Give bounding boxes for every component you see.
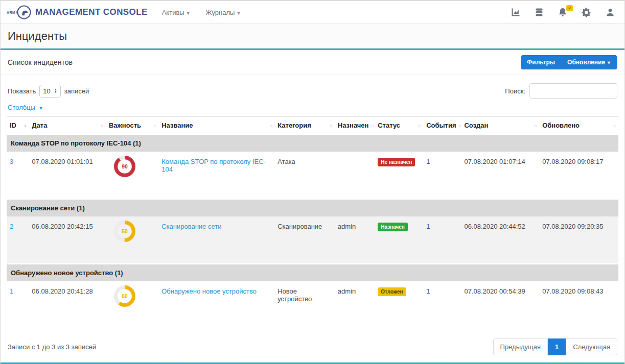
- next-page-button[interactable]: Следующая: [566, 338, 617, 355]
- page-size-select[interactable]: 10 ▲▼: [39, 85, 60, 98]
- arma-logo-text: ARMA: [7, 11, 18, 14]
- sort-icon: ↑↓: [458, 123, 461, 128]
- incident-assignee: [335, 152, 375, 199]
- sort-icon: ↑↓: [329, 123, 332, 128]
- show-label: Показать: [8, 87, 36, 95]
- chevron-down-icon: ▼: [186, 11, 191, 16]
- svg-text:50: 50: [122, 229, 128, 234]
- status-badge: Отложен: [378, 287, 406, 296]
- col-header-severity[interactable]: Важность↑↓: [106, 117, 158, 135]
- sort-icon: ↑↓: [269, 123, 271, 128]
- svg-text:60: 60: [122, 294, 128, 299]
- incident-name-link[interactable]: Команда STOP по протоколу IEC-104: [161, 158, 266, 173]
- group-title: Команда STOP по протоколу IEC-104 (1): [7, 134, 618, 152]
- gear-icon[interactable]: [581, 7, 592, 18]
- filters-button[interactable]: Фильтры: [521, 55, 561, 69]
- incident-name-link[interactable]: Сканирование сети: [161, 223, 221, 230]
- chevron-down-icon: ▼: [607, 60, 611, 65]
- chevron-down-icon: ▼: [39, 106, 43, 111]
- status-badge: Не назначен: [378, 158, 415, 166]
- search-control: Поиск:: [505, 83, 617, 99]
- group-header-row: Сканирование сети (1): [7, 199, 618, 216]
- incident-date: 07.08.2020 01:01:01: [29, 152, 106, 199]
- table-row: 3 07.08.2020 01:01:01 90 Команда STOP по…: [7, 152, 618, 199]
- card-title: Список инцидентов: [8, 58, 73, 66]
- brand-logo[interactable]: ARMA MANAGEMENT CONSOLE: [7, 5, 148, 20]
- incident-name-link[interactable]: Обнаружено новое устройство: [161, 287, 257, 295]
- sort-icon: ↑↓: [418, 123, 420, 128]
- search-label: Поиск:: [505, 87, 525, 95]
- notification-badge: 2: [566, 5, 573, 11]
- sort-icon: ↑↓: [371, 123, 373, 128]
- col-header-name[interactable]: Название↑↓: [158, 117, 274, 135]
- sort-icon: ↑↓: [23, 123, 26, 128]
- sort-icon: ↑↓: [153, 123, 155, 128]
- group-header-row: Обнаружено новое устройство (1): [7, 264, 618, 281]
- incident-updated: 07.08.2020 09:08:17: [539, 152, 618, 199]
- table-row: 1 06.08.2020 20:41:28 60 Обнаружено ново…: [7, 281, 618, 329]
- col-header-id[interactable]: ID↑↓: [7, 117, 29, 135]
- incidents-card: Список инцидентов Фильтры Обновление▼ По…: [1, 48, 624, 362]
- database-icon[interactable]: [534, 7, 544, 17]
- menu-journals[interactable]: Журналы▼: [206, 9, 241, 16]
- incident-created: 07.08.2020 01:07:14: [461, 152, 539, 199]
- refresh-button[interactable]: Обновление▼: [561, 55, 617, 69]
- analytics-icon[interactable]: [511, 7, 521, 17]
- incident-category: Сканирование: [274, 216, 335, 264]
- top-navbar: ARMA MANAGEMENT CONSOLE Активы▼ Журналы▼: [1, 0, 624, 24]
- card-header: Список инцидентов Фильтры Обновление▼: [1, 50, 624, 75]
- severity-donut: 50: [113, 220, 136, 245]
- group-header-row: Команда STOP по протоколу IEC-104 (1): [7, 134, 618, 152]
- chevron-down-icon: ▼: [236, 11, 241, 16]
- table-header-row: ID↑↓ Дата↑↓ Важность↑↓ Название↑↓ Катего…: [7, 117, 618, 135]
- entries-label: записей: [64, 87, 89, 95]
- severity-donut: 60: [113, 284, 136, 309]
- incidents-table: ID↑↓ Дата↑↓ Важность↑↓ Название↑↓ Катего…: [7, 116, 618, 329]
- user-icon[interactable]: [605, 7, 615, 17]
- col-header-date[interactable]: Дата↑↓: [29, 117, 106, 135]
- search-input[interactable]: [529, 83, 617, 99]
- app-root: ARMA MANAGEMENT CONSOLE Активы▼ Журналы▼: [0, 0, 625, 364]
- incident-id-link[interactable]: 3: [10, 158, 13, 165]
- incident-assignee: admin: [335, 281, 375, 329]
- page-1-button[interactable]: 1: [548, 338, 566, 355]
- table-footer: Записи с 1 до 3 из 3 записей Предыдущая …: [1, 331, 624, 362]
- incident-date: 06.08.2020 20:41:28: [29, 281, 106, 329]
- sort-icon: ↑↓: [100, 123, 103, 128]
- incident-created: 07.08.2020 00:54:39: [461, 281, 539, 329]
- incident-events: 1: [423, 216, 461, 264]
- col-header-assignee[interactable]: Назначен↑↓: [335, 117, 375, 135]
- pagination: Предыдущая 1 Следующая: [493, 338, 617, 355]
- col-header-updated[interactable]: Обновлено↑↓: [539, 117, 618, 135]
- table-row: 2 06.08.2020 20:42:15 50 Сканирование се…: [7, 216, 618, 264]
- col-header-category[interactable]: Категория↑↓: [274, 117, 335, 135]
- incident-id-link[interactable]: 2: [10, 223, 13, 230]
- columns-control: Столбцы ▼: [1, 102, 624, 116]
- group-title: Обнаружено новое устройство (1): [7, 264, 618, 281]
- table-controls: Показать 10 ▲▼ записей Поиск:: [1, 75, 624, 102]
- incident-events: 1: [423, 152, 461, 199]
- spinner-arrows-icon: ▲▼: [54, 88, 57, 93]
- severity-donut: 90: [113, 155, 136, 180]
- brand-title: MANAGEMENT CONSOLE: [35, 7, 148, 17]
- incident-events: 1: [423, 281, 461, 329]
- col-header-created[interactable]: Создан↑↓: [461, 117, 539, 135]
- incident-updated: 07.08.2020 09:08:43: [539, 281, 618, 329]
- incident-assignee: admin: [335, 216, 375, 264]
- menu-assets[interactable]: Активы▼: [162, 9, 191, 16]
- col-header-events[interactable]: События↑↓: [423, 117, 461, 135]
- columns-button[interactable]: Столбцы ▼: [8, 104, 43, 111]
- sort-icon: ↑↓: [534, 123, 536, 128]
- records-info: Записи с 1 до 3 из 3 записей: [8, 343, 96, 351]
- incidents-table-wrap: ID↑↓ Дата↑↓ Важность↑↓ Название↑↓ Катего…: [1, 116, 624, 331]
- col-header-status[interactable]: Статус↑↓: [375, 117, 423, 135]
- svg-text:90: 90: [122, 164, 128, 169]
- bell-icon[interactable]: 2: [558, 7, 568, 17]
- incident-category: Атака: [274, 152, 335, 199]
- prev-page-button[interactable]: Предыдущая: [493, 338, 548, 355]
- arma-helmet-icon: [16, 5, 32, 20]
- incident-created: 06.08.2020 20:44:52: [461, 216, 539, 264]
- incident-id-link[interactable]: 1: [10, 287, 13, 295]
- page-size-control: Показать 10 ▲▼ записей: [8, 85, 89, 98]
- group-title: Сканирование сети (1): [7, 199, 618, 216]
